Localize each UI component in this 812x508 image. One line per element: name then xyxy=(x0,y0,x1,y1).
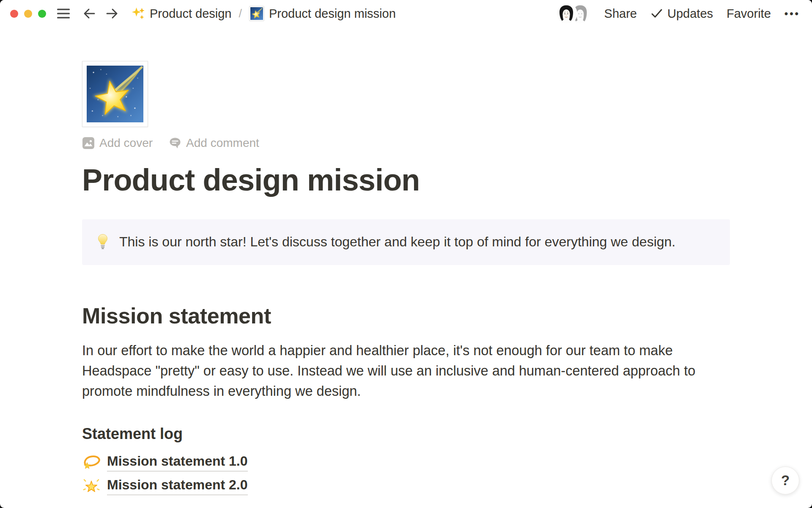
favorite-button[interactable]: Favorite xyxy=(727,6,771,22)
page-meta-actions: Add cover Add comment xyxy=(82,136,730,150)
dizzy-star-icon xyxy=(82,453,101,472)
breadcrumb-current-label: Product design mission xyxy=(269,7,396,21)
page-link-label: Mission statement 2.0 xyxy=(107,477,248,495)
more-button[interactable]: ••• xyxy=(785,7,800,20)
sparkles-icon xyxy=(132,7,145,20)
share-label: Share xyxy=(604,7,637,21)
close-button[interactable] xyxy=(10,10,18,18)
add-comment-label: Add comment xyxy=(186,136,259,150)
help-label: ? xyxy=(781,472,790,489)
shooting-star-page-icon xyxy=(249,6,264,21)
breadcrumb: Product design / Product design mission xyxy=(130,5,398,22)
add-cover-label: Add cover xyxy=(99,136,153,150)
topbar-actions: Share Updates Favorite ••• xyxy=(557,4,800,23)
page-icon[interactable] xyxy=(82,61,148,127)
updates-button[interactable]: Updates xyxy=(650,6,713,22)
window-controls xyxy=(10,10,46,18)
log-links: Mission statement 1.0 Mission statement … xyxy=(82,450,730,498)
arrow-right-icon xyxy=(105,7,119,20)
add-cover-button[interactable]: Add cover xyxy=(82,136,153,150)
page-link-mission-2[interactable]: Mission statement 2.0 xyxy=(82,474,248,498)
add-comment-button[interactable]: Add comment xyxy=(169,136,259,150)
page-title: Product design mission xyxy=(82,163,730,197)
share-button[interactable]: Share xyxy=(604,6,637,22)
page-content: Add cover Add comment Product design mis… xyxy=(82,27,730,498)
arrow-left-icon xyxy=(82,7,96,20)
callout-block: This is our north star! Let's discuss to… xyxy=(82,219,730,265)
updates-label: Updates xyxy=(667,7,713,21)
forward-button[interactable] xyxy=(105,7,119,20)
breadcrumb-separator: / xyxy=(239,7,242,20)
mission-heading: Mission statement xyxy=(82,303,730,329)
back-button[interactable] xyxy=(82,7,96,20)
light-bulb-icon xyxy=(97,233,108,251)
breadcrumb-parent-label: Product design xyxy=(150,7,231,21)
sidebar-menu-button[interactable] xyxy=(57,8,70,19)
comment-icon xyxy=(169,137,181,149)
glowing-star-icon xyxy=(82,477,101,495)
callout-text: This is our north star! Let's discuss to… xyxy=(119,233,675,251)
avatar xyxy=(557,4,576,23)
page-link-mission-1[interactable]: Mission statement 1.0 xyxy=(82,450,248,474)
favorite-label: Favorite xyxy=(727,7,771,21)
page-link-label: Mission statement 1.0 xyxy=(107,453,248,472)
breadcrumb-parent[interactable]: Product design xyxy=(130,6,233,22)
check-icon xyxy=(650,8,663,19)
shooting-star-image xyxy=(87,66,143,122)
image-icon xyxy=(82,137,95,149)
member-avatars[interactable] xyxy=(557,4,590,23)
log-heading: Statement log xyxy=(82,425,730,443)
top-bar: Product design / Product design mission xyxy=(0,0,812,27)
zoom-button[interactable] xyxy=(38,10,46,18)
breadcrumb-current[interactable]: Product design mission xyxy=(247,5,398,22)
help-button[interactable]: ? xyxy=(771,467,799,494)
more-icon: ••• xyxy=(785,8,800,19)
hamburger-icon xyxy=(57,8,70,19)
app-window: Product design / Product design mission xyxy=(0,0,812,508)
mission-body: In our effort to make the world a happie… xyxy=(82,340,730,401)
minimize-button[interactable] xyxy=(24,10,32,18)
